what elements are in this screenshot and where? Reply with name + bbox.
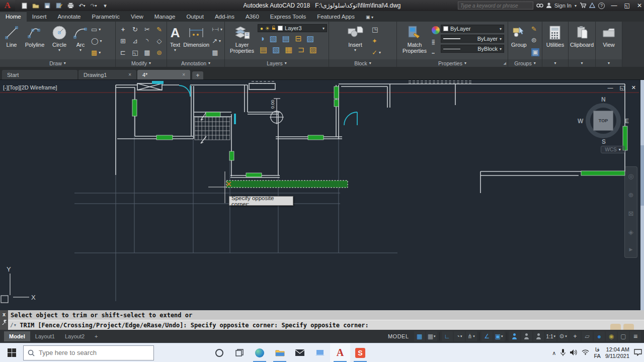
action-center-icon[interactable] [634,349,642,357]
layout2-tab[interactable]: Layout2 [60,331,90,341]
layers-panel-title[interactable]: Layers▾ [225,59,329,67]
taskbar-search[interactable] [23,345,154,360]
block-attrib-dropdown[interactable]: ▾ [379,49,381,56]
circle-dropdown[interactable]: ▾ [58,48,60,52]
text-dropdown[interactable]: ▾ [174,48,176,52]
block-panel-title[interactable]: Block▾ [329,59,396,67]
annotation-panel-title[interactable]: Annotation▾ [167,59,224,67]
task-view-button[interactable] [229,343,250,362]
explode-tool-icon[interactable]: ◇ [157,37,162,45]
layer-unlock-icon[interactable]: ⊐ [297,45,304,54]
layer-prev-icon[interactable]: ▤ [260,45,267,54]
edge-taskbar-button[interactable] [250,343,270,362]
stretch-tool-icon[interactable]: ⊏ [120,49,126,56]
viewcube[interactable]: N W E S TOP [581,98,626,143]
drawing1-close-icon[interactable]: × [128,72,131,77]
wall-lines[interactable] [116,83,625,193]
ellipse-dropdown[interactable]: ▾ [100,38,102,45]
door-arcs[interactable] [152,81,357,125]
viewcube-west[interactable]: W [578,118,583,125]
tab-output[interactable]: Output [181,12,209,22]
tray-chevron-icon[interactable]: ∧ [552,350,556,356]
scale-dropdown[interactable]: ▾ [553,334,555,338]
command-customize-icon[interactable]: ∕▾ [10,322,17,328]
polar-toggle[interactable]: ◔▾ [454,331,465,341]
hatch-tool-icon[interactable]: ▩ [91,49,97,56]
hatch-dropdown[interactable]: ▾ [99,49,101,56]
lineweight-select-dropdown[interactable]: ▾ [500,37,502,41]
layer-unsaved-icon[interactable]: ▧ [272,45,280,54]
copy-tool-icon[interactable]: ⊞ [120,37,126,45]
trim-tool-icon[interactable]: ✂ [144,26,150,33]
polar-dropdown[interactable]: ▾ [460,334,462,338]
store-app-button[interactable] [310,343,330,362]
command-input-line[interactable]: ∕▾ TRIM [Fence/Crossing/Project/Edge/eRa… [8,320,644,330]
drawing-close-button[interactable]: ✕ [631,84,636,91]
ribbon-state-toggle[interactable]: ▣ ▾ [360,13,379,22]
layer-freeze2-icon[interactable]: ▤ [282,34,290,43]
autoscale-toggle[interactable] [521,331,532,341]
vertical-scrollbar[interactable] [640,80,644,311]
restore-button[interactable]: ◱ [624,2,630,9]
dim-style-icon[interactable]: ⊦⊣ [212,26,219,33]
command-close-icon[interactable]: x [3,310,6,319]
crossing-selection-box[interactable] [226,180,348,188]
color-select[interactable]: ByLayer ▾ [441,25,504,33]
microphone-icon[interactable] [560,349,566,357]
mirror-tool-icon[interactable]: ⊿ [132,37,138,45]
tab-annotate[interactable]: Annotate [52,12,86,22]
groups-panel-title[interactable]: Groups▾ [508,59,542,67]
search-binoculars-icon[interactable] [536,3,543,9]
group-select-icon[interactable]: ▣ [532,49,538,56]
open-file-icon[interactable] [32,2,40,9]
tab-home[interactable]: Home [0,12,27,22]
qat-customize-dropdown[interactable]: ▾ [101,2,109,9]
scale-tool-icon[interactable]: ◱ [132,49,138,56]
redo-dropdown[interactable]: ▾ [95,4,97,8]
units-button[interactable]: ▱ [582,331,593,341]
dimension-button[interactable]: Dimension [182,23,211,59]
drawing-minimize-button[interactable]: — [607,84,613,91]
block-attrib-icon[interactable]: ✓ [372,49,377,56]
array-tool-icon[interactable]: ▦ [144,49,150,56]
pan-icon[interactable]: ⊕ [628,191,634,199]
new-file-icon[interactable] [20,2,28,9]
utilities-panel-title[interactable]: ▾ [542,59,568,67]
cortana-button[interactable] [209,343,229,362]
tab-express-tools[interactable]: Express Tools [265,12,311,22]
layer-isolate-icon[interactable]: ▧ [270,34,277,43]
arc-dropdown[interactable]: ▾ [79,48,82,52]
tab-addins[interactable]: Add-ins [209,12,240,22]
utilities-button[interactable]: Utilities [545,23,566,59]
sign-in-button[interactable]: Sign In [554,3,572,9]
fillet-tool-icon[interactable]: ◝ [146,37,148,45]
lineweight-select[interactable]: ByLayer ▾ [441,35,504,43]
insert-dropdown[interactable]: ▾ [354,48,356,52]
start-button[interactable] [0,343,23,362]
volume-icon[interactable] [570,349,577,357]
erase-tool-icon[interactable]: ✎ [156,26,162,33]
workspace-gear-button[interactable]: ⚙▾ [557,331,569,341]
window-segments[interactable] [132,86,627,177]
osnap-toggle[interactable]: ▣▾ [494,331,505,341]
help-icon[interactable]: ? [598,3,605,9]
command-wrench-icon[interactable] [2,319,7,328]
s-app-taskbar-button[interactable]: S [350,343,370,362]
layer-match-icon[interactable]: ▨ [306,34,314,43]
autocad-taskbar-button[interactable]: A [330,343,350,362]
file-tab-drawing1[interactable]: Drawing1× [78,70,136,79]
autocad-logo-icon[interactable]: A [0,0,15,11]
tab-insert[interactable]: Insert [27,12,52,22]
arc-button[interactable]: Arc ▾ [71,23,90,59]
new-layout-button[interactable]: + [90,331,103,341]
group-button[interactable]: Group [510,23,528,59]
text-button[interactable]: A Text ▾ [169,23,182,59]
drawing-restore-button[interactable]: ◱ [619,84,624,91]
clean-screen-button[interactable]: ▢ [618,331,629,341]
layer-turnon-icon[interactable]: ▦ [285,45,292,54]
linetype-select-dropdown[interactable]: ▾ [500,47,502,51]
viewport-controls-label[interactable]: [-][Top][2D Wireframe] [3,84,57,90]
view-button[interactable]: View [601,23,617,59]
layer-freeze-icon[interactable]: ☀ [265,26,270,31]
wifi-icon[interactable] [582,349,589,356]
